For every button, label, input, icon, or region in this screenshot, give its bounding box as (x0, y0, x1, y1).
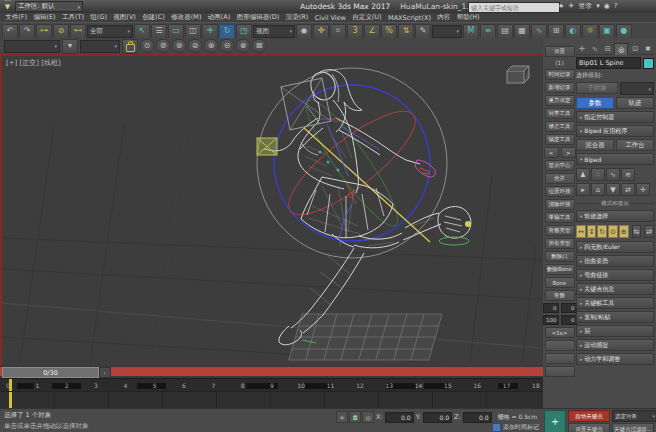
material-editor-icon[interactable]: ◐ (565, 24, 581, 39)
strip-tool-button[interactable]: 显示中心 (545, 160, 575, 171)
menu-item[interactable]: 组(G) (87, 13, 110, 22)
strip-tool-button[interactable]: 对齐工具 (545, 108, 575, 119)
selection-lock-toggle-icon[interactable]: ◘ (349, 411, 361, 423)
restrict-z-icon[interactable]: ⊛ (172, 39, 186, 53)
workbench-button[interactable]: 工作台 (616, 139, 654, 151)
signin-caret-icon[interactable]: ▾ (596, 2, 600, 10)
flyout-icon[interactable]: ▾ (62, 39, 78, 54)
keyframe-block[interactable] (137, 383, 166, 389)
snap-toggle-sub-icon[interactable]: ⊕ (204, 39, 218, 53)
strip-tool-button[interactable]: 修正工具 (545, 121, 575, 132)
footstep-mode-icon[interactable]: ∴ (591, 168, 605, 181)
figure-mode-icon[interactable]: ♟ (576, 168, 590, 181)
use-pivot-point-icon[interactable]: ◉ (296, 24, 312, 39)
lock-com-keying-icon[interactable]: ⊙ (608, 225, 618, 238)
strip-tool-button[interactable]: 删除口 (545, 251, 575, 262)
x-coordinate-field[interactable]: 0.0 (385, 412, 414, 423)
menu-item[interactable]: 创建(C) (139, 13, 168, 22)
reference-coordinate-dropdown[interactable]: 视图 (253, 25, 295, 38)
axis-constraint-dropdown[interactable] (80, 40, 120, 53)
named-sets-dropdown[interactable] (4, 40, 60, 53)
viewport-label[interactable]: [+] [正交] [线框] (6, 58, 61, 68)
menu-item[interactable]: 内容 (434, 13, 453, 22)
rollout-collapsed[interactable]: ▸弯曲链接 (576, 269, 654, 281)
strip-value-field[interactable]: 100 (543, 315, 559, 325)
restrict-y-icon[interactable]: ⊚ (156, 39, 170, 53)
symmetrical-tracks-icon[interactable]: ⇆ (632, 225, 642, 238)
menu-item[interactable]: Civil View (311, 14, 349, 22)
y-coordinate-field[interactable]: 0.0 (423, 412, 452, 423)
menu-item[interactable]: 视图(V) (110, 13, 139, 22)
window-crossing-icon[interactable]: ◫ (185, 24, 201, 39)
workspace-dropdown[interactable]: 工作区: 默认 (15, 1, 83, 12)
render-production-icon[interactable]: ● (616, 24, 632, 39)
opposite-tracks-icon[interactable]: ⇄ (644, 225, 654, 238)
menu-item[interactable]: MAXScript(X) (385, 14, 434, 22)
select-and-link-icon[interactable]: ⊶ (36, 24, 52, 39)
menu-item[interactable]: 图形编辑器(D) (234, 13, 283, 22)
z-coordinate-field[interactable]: 0.0 (463, 412, 492, 423)
percent-snap-sub-icon[interactable]: ⊗ (236, 39, 250, 53)
transform-gizmo-icon[interactable]: ✛ (336, 411, 348, 423)
strip-tool-button[interactable]: 骨骼类型 (545, 225, 575, 236)
restrict-x-icon[interactable]: ⊙ (140, 39, 154, 53)
strip-tool-button[interactable] (545, 353, 575, 364)
strip-value-field[interactable]: 0 (561, 303, 577, 313)
strip-tool-button[interactable]: Bone (545, 277, 575, 288)
rollout-collapsed[interactable]: ▸关键点信息 (576, 283, 654, 295)
help-icon[interactable]: ? (614, 2, 618, 10)
community-icon[interactable]: ✈ (568, 2, 574, 10)
select-and-manipulate-icon[interactable]: ✜ (313, 24, 329, 39)
strip-tool-button[interactable]: 设置 (545, 46, 575, 57)
balance-keying-icon[interactable]: ⊕ (619, 225, 629, 238)
absolute-offset-toggle-icon[interactable]: ◎ (362, 411, 374, 423)
selection-filter-dropdown[interactable]: 全部 (87, 25, 133, 38)
selected-filter-dropdown[interactable]: 选定对象 (612, 410, 656, 422)
mixer-mode-icon[interactable]: ≋ (621, 168, 635, 181)
mixer-button[interactable]: 混合器 (576, 139, 614, 151)
select-by-name-icon[interactable]: ☰ (151, 24, 167, 39)
tab-motion[interactable]: ◎ (614, 43, 628, 55)
track-bar-ruler[interactable]: 0123456789101112131415161718 (0, 378, 543, 392)
viewport[interactable]: [+] [正交] [线框] (0, 54, 547, 369)
mirror-icon[interactable]: M (463, 24, 479, 39)
spinner-snap-icon[interactable]: ⇅ (398, 24, 414, 39)
rollout-collapsed[interactable]: ▸动力学和调整 (576, 353, 654, 365)
lock-selection-icon[interactable] (122, 39, 138, 54)
rollout-collapsed[interactable]: ▸运动捕捉 (576, 339, 654, 351)
rollout-collapsed[interactable]: ▸关键帧工具 (576, 297, 654, 309)
load-biped-file-icon[interactable]: ⌂ (591, 183, 605, 196)
schematic-view-icon[interactable]: ⊞ (548, 24, 564, 39)
info-icon[interactable]: ◉ (604, 2, 610, 10)
biped-playback-icon[interactable]: ▸ (576, 183, 590, 196)
rollout-collapsed[interactable]: ▸四元数/Euler (576, 241, 654, 253)
object-color-swatch[interactable] (643, 58, 654, 69)
strip-tool-button[interactable]: 单轴工具 (545, 212, 575, 223)
parameters-button[interactable]: 参数 (576, 97, 614, 109)
add-time-tag[interactable]: 添加时间标记 (492, 423, 539, 432)
named-selection-dropdown[interactable] (432, 25, 462, 38)
move-all-mode-icon[interactable]: ✛ (636, 183, 650, 196)
menu-item[interactable]: 渲染(R) (282, 13, 311, 22)
save-biped-file-icon[interactable]: ▼ (606, 183, 620, 196)
keyframe-block[interactable] (17, 383, 35, 389)
menu-item[interactable]: 动画(A) (205, 13, 234, 22)
next-frame-step-button[interactable]: › (99, 367, 111, 378)
align-icon[interactable]: ≡ (480, 24, 496, 39)
body-rotation-icon[interactable]: ↻ (597, 225, 607, 238)
strip-tool-button[interactable]: 删除Bone (545, 264, 575, 275)
tab-hierarchy[interactable]: ⊟ (602, 43, 614, 55)
strip-tool-button[interactable]: 新增记录 (545, 82, 575, 93)
search-input[interactable] (468, 2, 560, 13)
keyboard-override-icon[interactable]: ⌗ (330, 24, 346, 39)
strip-tool-button[interactable]: 所有类型 (545, 238, 575, 249)
percent-snap-icon[interactable]: % (381, 24, 397, 39)
strip-tool-button[interactable] (545, 340, 575, 351)
angle-snap-icon[interactable]: ∠ (364, 24, 380, 39)
redo-icon[interactable]: ↷ (19, 24, 35, 39)
menu-item[interactable]: 编辑(E) (30, 13, 59, 22)
rollout-biped[interactable]: ▾ Biped (576, 153, 654, 165)
strip-next-button[interactable]: > (561, 147, 576, 158)
menu-item[interactable]: 帮助(H) (453, 13, 482, 22)
ribbon-toggle-icon[interactable]: ▦ (514, 24, 530, 39)
